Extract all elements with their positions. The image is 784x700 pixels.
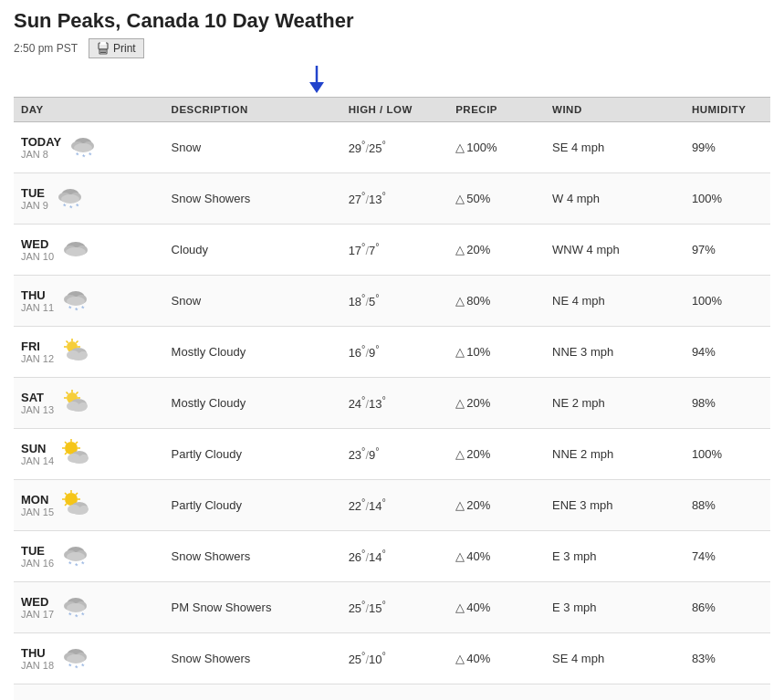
low-temp: 13 [369, 193, 382, 207]
svg-line-37 [67, 341, 68, 343]
humidity-cell: 99% [685, 122, 770, 173]
wind-cell: WNW 4 mph [545, 225, 685, 276]
wind-cell: NNE 2 mph [545, 429, 685, 480]
table-row: THU JAN 18 * * * Snow Showers25°/10°△40%… [14, 633, 770, 684]
day-name: TODAY [21, 135, 61, 149]
day-name: SAT [21, 391, 54, 404]
day-date: JAN 16 [21, 558, 54, 569]
svg-text:*: * [69, 204, 73, 213]
arrow-down-icon [306, 66, 328, 93]
day-name: TUE [21, 544, 54, 558]
precip-pct: 40% [466, 652, 490, 665]
day-date: JAN 12 [21, 353, 54, 364]
precip-icon: △ [455, 549, 465, 563]
svg-text:*: * [81, 559, 85, 569]
high-temp: 24 [349, 398, 361, 412]
svg-line-61 [65, 442, 67, 444]
svg-line-74 [65, 493, 67, 495]
precip-pct: 80% [466, 294, 490, 308]
description-cell: Cloudy [164, 225, 341, 276]
wind-cell: NNE 3 mph [545, 327, 685, 378]
low-temp: 15 [369, 602, 382, 616]
wind-cell: SE 4 mph [545, 122, 685, 173]
wind-cell: W 4 mph [545, 173, 685, 225]
precip-cell: △50% [448, 173, 545, 225]
weather-icon: * * * [59, 692, 92, 700]
page-title: Sun Peaks, Canada 10 Day Weather [14, 9, 770, 33]
table-row: FRI JAN 19 * * * Snow Showers21°/7°△40%W… [14, 684, 770, 701]
description-cell: Snow Showers [164, 173, 341, 225]
humidity-cell: 100% [685, 429, 770, 480]
high-temp: 27 [349, 193, 361, 207]
svg-text:*: * [76, 151, 79, 160]
description-cell: Mostly Cloudy [164, 327, 341, 378]
day-cell: FRI JAN 12 [14, 327, 164, 378]
humidity-cell: 94% [685, 327, 770, 378]
precip-pct: 20% [466, 396, 490, 410]
precip-cell: △20% [448, 378, 545, 429]
precip-cell: △40% [448, 684, 545, 701]
time-label: 2:50 pm PST [14, 42, 78, 55]
precip-pct: 20% [466, 447, 490, 461]
day-name: SUN [21, 442, 54, 455]
day-cell: THU JAN 11 * * * [14, 276, 164, 327]
wind-cell: E 3 mph [545, 531, 685, 582]
precip-cell: △40% [448, 531, 545, 582]
precip-icon: △ [455, 601, 465, 614]
low-temp: 14 [369, 500, 382, 514]
svg-rect-2 [100, 42, 106, 45]
col-header-day: DAY [14, 98, 164, 122]
day-name: MON [21, 493, 54, 507]
precip-icon: △ [455, 294, 465, 308]
svg-line-63 [76, 442, 78, 444]
low-temp: 10 [369, 653, 382, 667]
day-date: JAN 15 [21, 507, 54, 517]
description-cell: Snow Showers [164, 531, 341, 582]
col-header-precip: PRECIP [448, 98, 545, 122]
humidity-cell: 100% [685, 173, 770, 225]
svg-line-51 [76, 392, 78, 394]
high-temp: 17 [349, 245, 361, 258]
precip-pct: 20% [466, 243, 490, 256]
description-cell: Snow [164, 276, 341, 327]
day-name: THU [21, 646, 54, 660]
svg-text:*: * [75, 663, 78, 673]
precip-cell: △20% [448, 225, 545, 276]
svg-text:*: * [68, 662, 72, 671]
precip-pct: 10% [466, 345, 490, 359]
table-header-row: DAY DESCRIPTION HIGH / LOW PRECIP WIND H… [14, 98, 770, 122]
day-cell: TUE JAN 9 * * * [14, 173, 164, 225]
print-button[interactable]: Print [89, 38, 144, 58]
day-cell: WED JAN 10 [14, 225, 164, 276]
precip-icon: △ [455, 396, 465, 410]
highlow-cell: 29°/25° [341, 122, 449, 173]
svg-text:*: * [75, 561, 78, 570]
humidity-cell: 98% [685, 378, 770, 429]
table-row: SAT JAN 13 Mostly Cloudy24°/13°△20%NE 2 … [14, 378, 770, 429]
precip-icon: △ [455, 243, 465, 256]
svg-text:*: * [81, 304, 85, 313]
svg-point-43 [70, 353, 87, 360]
description-cell: Partly Cloudy [164, 429, 341, 480]
svg-text:*: * [81, 611, 85, 620]
weather-icon [59, 232, 92, 267]
svg-point-55 [70, 404, 87, 412]
humidity-cell: 74% [685, 531, 770, 582]
highlow-cell: 25°/15° [341, 582, 449, 633]
day-cell: THU JAN 18 * * * [14, 633, 164, 684]
weather-icon: * * * [59, 283, 92, 319]
col-header-highlow: HIGH / LOW [341, 98, 449, 122]
high-temp: 25 [349, 653, 361, 667]
weather-icon [59, 436, 92, 472]
highlow-cell: 26°/14° [341, 531, 449, 582]
svg-text:*: * [68, 559, 72, 569]
day-cell: FRI JAN 19 * * * [14, 684, 164, 701]
description-cell: Partly Cloudy [164, 480, 341, 531]
description-cell: Snow Showers [164, 684, 341, 701]
table-row: THU JAN 11 * * * Snow18°/5°△80%NE 4 mph1… [14, 276, 770, 327]
highlow-cell: 27°/13° [341, 173, 449, 225]
day-cell: TODAY JAN 8 * * * [14, 122, 164, 173]
humidity-cell: 86% [685, 582, 770, 633]
highlow-cell: 24°/13° [341, 378, 449, 429]
precip-icon: △ [455, 447, 465, 461]
